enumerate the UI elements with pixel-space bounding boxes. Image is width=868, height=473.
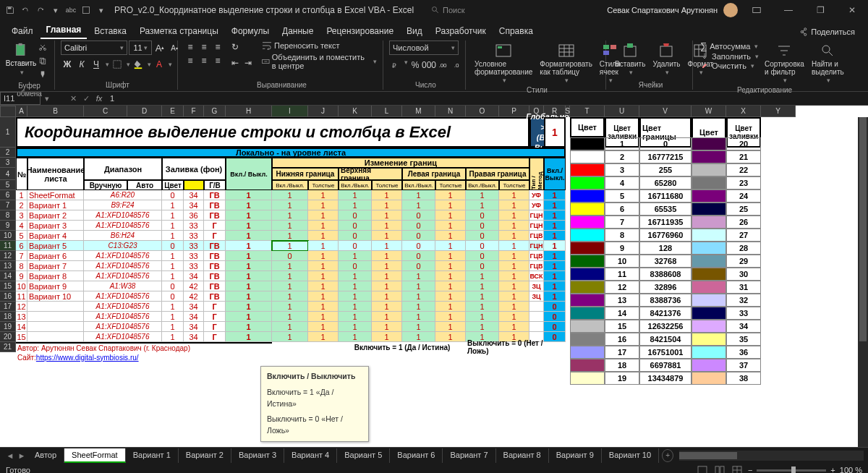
sheet-tab[interactable]: Вариант 9 — [549, 448, 602, 463]
side-cell[interactable] — [570, 346, 605, 359]
comma-icon[interactable]: 000 — [422, 59, 435, 72]
cell[interactable]: 1 — [226, 200, 272, 210]
side-cell[interactable]: 36 — [726, 346, 761, 359]
cell[interactable]: Г — [204, 312, 226, 322]
col-header[interactable]: C — [84, 106, 127, 117]
cell[interactable]: 1 — [226, 210, 272, 221]
row-header[interactable]: 15 — [0, 281, 16, 291]
cell[interactable]: 1 — [308, 322, 339, 332]
cell[interactable]: 1 — [272, 322, 308, 332]
cell[interactable]: 1 — [372, 241, 402, 251]
cell[interactable]: 1 — [499, 271, 529, 281]
cell[interactable]: Верхняя граница — [339, 168, 402, 180]
cell[interactable]: 0 — [544, 312, 566, 322]
global-switch[interactable]: 1 — [544, 117, 566, 148]
side-cell[interactable]: 33 — [726, 307, 761, 320]
cell[interactable]: 1 — [272, 210, 308, 221]
side-cell[interactable] — [570, 372, 605, 385]
cell[interactable]: 1 — [466, 190, 499, 200]
underline-icon[interactable]: Ч — [90, 58, 103, 71]
cell[interactable]: Толстые — [499, 180, 529, 190]
side-cell[interactable]: 24 — [726, 189, 761, 203]
side-cell[interactable]: 29 — [726, 255, 761, 268]
cell[interactable]: Вариант 1 — [27, 200, 84, 210]
col-header[interactable]: X — [726, 106, 761, 117]
cell[interactable]: 1 — [272, 281, 308, 291]
cell[interactable]: ЗЦ — [529, 291, 544, 302]
borders-icon[interactable] — [79, 3, 93, 17]
row-header[interactable]: 3 — [0, 158, 16, 168]
cell[interactable]: 1 — [272, 271, 308, 281]
side-cell[interactable]: 6 — [605, 203, 639, 216]
cell[interactable]: Выключить = 0 (Нет / Ложь) — [466, 342, 566, 352]
cell[interactable]: Толстые — [308, 180, 339, 190]
side-cell[interactable]: 16777215 — [639, 150, 692, 163]
cell[interactable]: Наименование листа — [27, 158, 84, 190]
side-cell[interactable] — [570, 137, 605, 150]
cell[interactable]: 1 — [435, 332, 466, 342]
bold-icon[interactable]: Ж — [61, 58, 74, 71]
cell[interactable]: 1 — [499, 322, 529, 332]
cell[interactable]: Толстые — [435, 180, 466, 190]
cell[interactable]: 1 — [308, 190, 339, 200]
cell[interactable]: Авто — [127, 180, 162, 190]
cell[interactable]: ГВ — [204, 271, 226, 281]
cell[interactable]: ГВ — [204, 261, 226, 271]
cell[interactable]: 1 — [339, 302, 372, 312]
cell[interactable]: 1 — [435, 291, 466, 302]
sheet-tab[interactable]: Автор — [27, 448, 64, 463]
cell[interactable]: Вариант 7 — [27, 261, 84, 271]
dec-decimal-icon[interactable]: .0 — [450, 59, 463, 72]
side-cell[interactable] — [692, 189, 726, 203]
cell[interactable]: 1 — [402, 200, 435, 210]
cell[interactable]: 1 — [226, 241, 272, 251]
cell[interactable]: 0 — [162, 281, 184, 291]
cell[interactable]: 1 — [402, 281, 435, 291]
cell[interactable]: 1 — [372, 322, 402, 332]
cell[interactable]: Вариант 8 — [27, 271, 84, 281]
cell[interactable]: 12 — [16, 302, 27, 312]
cell[interactable]: 1 — [402, 271, 435, 281]
cell[interactable]: 1 — [499, 312, 529, 322]
tab-scroll-right-icon[interactable]: ► — [16, 449, 27, 462]
cell[interactable]: A1:XFD1048576 — [84, 271, 162, 281]
cell[interactable]: 1 — [466, 200, 499, 210]
side-cell[interactable]: 16 — [605, 333, 639, 346]
cell[interactable]: 1 — [162, 210, 184, 221]
cell[interactable]: Тип / Метод — [529, 158, 544, 190]
side-cell[interactable] — [692, 359, 726, 372]
sort-filter-button[interactable]: Сортировка и фильтр▾ — [762, 41, 807, 85]
side-cell[interactable]: 0 — [639, 137, 692, 150]
cell[interactable]: ГЦВ — [529, 261, 544, 271]
cell[interactable]: Цвет — [162, 180, 184, 190]
side-cell[interactable]: 23 — [726, 176, 761, 189]
side-cell[interactable]: 21 — [726, 150, 761, 163]
fx-icon[interactable]: fx — [93, 92, 106, 105]
side-cell[interactable]: 9 — [605, 242, 639, 255]
col-header[interactable]: P — [499, 106, 529, 117]
cell[interactable]: 1 — [466, 281, 499, 291]
cell[interactable]: 1 — [435, 271, 466, 281]
side-cell[interactable]: 38 — [726, 372, 761, 385]
zoom-out-icon[interactable]: − — [748, 466, 752, 473]
cell[interactable]: 1 — [339, 322, 372, 332]
side-cell[interactable]: 16711680 — [639, 189, 692, 203]
name-box[interactable]: I11 — [0, 92, 41, 105]
side-cell[interactable] — [570, 268, 605, 281]
cell[interactable]: 34 — [184, 200, 204, 210]
side-cell[interactable]: 8388608 — [639, 268, 692, 281]
cell[interactable]: 1 — [466, 322, 499, 332]
cell[interactable]: 0 — [466, 251, 499, 261]
sheet-tab[interactable]: Вариант 5 — [337, 448, 390, 463]
cell[interactable]: 10 — [16, 281, 27, 291]
cell[interactable]: ГЦВ — [529, 251, 544, 261]
cell[interactable]: 0 — [544, 322, 566, 332]
row-header[interactable]: 4 — [0, 168, 16, 180]
cell[interactable]: 6 — [16, 241, 27, 251]
cell[interactable]: 0 — [402, 231, 435, 241]
name-box-dropdown-icon[interactable]: ▾ — [41, 92, 54, 105]
cell[interactable]: 1 — [402, 312, 435, 322]
cell[interactable]: Вариант 4 — [27, 231, 84, 241]
cell[interactable] — [529, 312, 544, 322]
cell[interactable]: 1 — [372, 190, 402, 200]
